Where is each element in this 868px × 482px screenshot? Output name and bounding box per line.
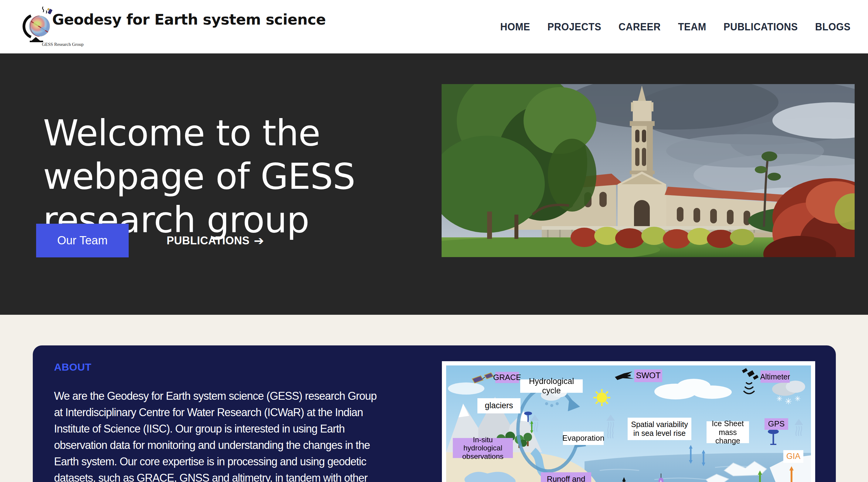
- label-altimeter: Altimeter: [761, 371, 790, 383]
- label-hydrological-cycle: Hydrological cycle: [520, 380, 583, 393]
- our-team-button[interactable]: Our Team: [36, 224, 129, 258]
- main-nav: HOME PROJECTS CAREER TEAM PUBLICATIONS B…: [500, 0, 850, 53]
- label-glaciers: glaciers: [477, 398, 521, 413]
- svg-text:✳: ✳: [776, 395, 782, 403]
- nav-item-team[interactable]: TEAM: [678, 21, 706, 33]
- svg-text:✳: ✳: [785, 396, 792, 406]
- nav-item-projects[interactable]: PROJECTS: [547, 21, 601, 33]
- label-gia: GIA: [783, 450, 803, 463]
- label-runoff: Runoff and: [541, 472, 591, 482]
- about-paragraph: We are the Geodesy for Earth system scie…: [54, 388, 385, 482]
- campus-photo: [442, 84, 855, 257]
- nav-item-home[interactable]: HOME: [500, 21, 530, 33]
- hero-section: Welcome to the webpage of GESS research …: [0, 53, 868, 315]
- label-gps: GPS: [765, 418, 788, 430]
- hero-heading: Welcome to the webpage of GESS research …: [43, 111, 413, 242]
- arrow-right-icon: ➔: [254, 234, 264, 248]
- brand-logo-link[interactable]: GESS Research Group: [22, 5, 56, 42]
- hydrology-diagram: ✳ ✳ ✳: [442, 361, 815, 482]
- publications-link[interactable]: PUBLICATIONS ➔: [166, 224, 264, 258]
- label-spatial-variability: Spatial variability in sea level rise: [628, 418, 691, 440]
- about-section-label: ABOUT: [54, 361, 91, 373]
- gess-homepage: GESS Research Group Geodesy for Earth sy…: [0, 0, 868, 482]
- nav-item-publications[interactable]: PUBLICATIONS: [723, 21, 798, 33]
- svg-text:✳: ✳: [795, 395, 801, 403]
- top-navigation-bar: GESS Research Group Geodesy for Earth sy…: [0, 0, 868, 53]
- about-card: ABOUT We are the Geodesy for Earth syste…: [33, 345, 836, 482]
- sun-icon: [593, 389, 610, 406]
- label-ice-sheet: Ice Sheet mass change: [707, 421, 749, 443]
- label-evaporation: Evaporation: [563, 432, 603, 445]
- svg-text:A: A: [660, 480, 662, 482]
- nav-item-blogs[interactable]: BLOGS: [815, 21, 850, 33]
- label-insitu: In-situ hydrological observations: [453, 438, 513, 458]
- publications-link-label: PUBLICATIONS: [166, 234, 249, 247]
- label-swot: SWOT: [634, 369, 662, 382]
- label-grace: GRACE: [495, 372, 519, 383]
- nav-item-career[interactable]: CAREER: [619, 21, 661, 33]
- brand-title: Geodesy for Earth system science: [52, 11, 326, 28]
- gess-globe-logo-icon: GESS Research Group: [22, 5, 56, 42]
- logo-satellite-icon: [42, 7, 53, 14]
- brand-caption: GESS Research Group: [42, 42, 81, 47]
